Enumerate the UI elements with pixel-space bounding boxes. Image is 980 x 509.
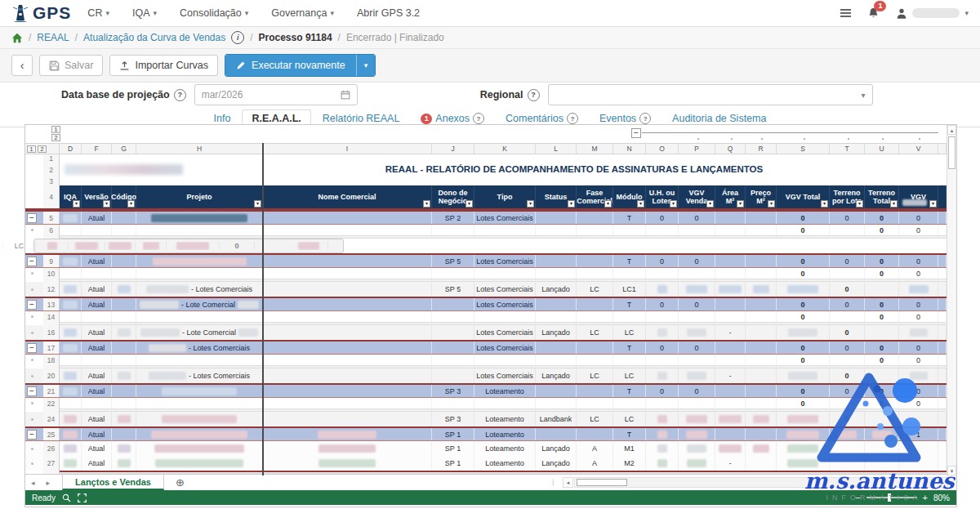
cell-vgvv[interactable]: 0	[679, 342, 715, 354]
cell-iqa[interactable]	[60, 428, 82, 440]
cell-vgvv[interactable]	[679, 268, 715, 279]
filter-icon[interactable]: ▾	[890, 200, 898, 208]
cell-vgvv[interactable]	[679, 282, 715, 297]
cell-vgv[interactable]: 0	[899, 398, 938, 409]
cell-modulo[interactable]: LC	[613, 325, 646, 340]
cell-nome[interactable]	[263, 456, 432, 471]
column-header-T[interactable]: T	[830, 144, 865, 154]
cell-fase[interactable]	[577, 398, 613, 409]
cell-codigo[interactable]	[112, 298, 136, 310]
cell-iqa[interactable]	[60, 368, 82, 383]
header-versao[interactable]: Versão▾	[82, 185, 112, 208]
cell-codigo[interactable]	[112, 441, 136, 456]
cell-vgvv[interactable]	[679, 456, 715, 471]
cell-uh[interactable]: 0	[646, 212, 679, 224]
filter-icon[interactable]: ▾	[127, 200, 135, 208]
cell-tipo[interactable]	[474, 268, 536, 279]
cell-next[interactable]	[938, 325, 947, 340]
cell-tipo[interactable]	[474, 398, 536, 409]
cell-vgv[interactable]	[899, 441, 938, 456]
cell-status[interactable]	[536, 385, 577, 397]
cell-projeto[interactable]	[136, 268, 263, 279]
collapse-group-button[interactable]: −	[27, 257, 37, 266]
cell-area[interactable]	[715, 342, 746, 354]
row-header[interactable]: 14	[43, 311, 60, 322]
cell-vgvv[interactable]	[679, 325, 715, 340]
cell-next[interactable]	[938, 342, 947, 354]
cell-tipo[interactable]: Loteamento	[474, 412, 536, 426]
cell-dono[interactable]	[432, 268, 474, 279]
cell-fase[interactable]: A	[577, 456, 613, 471]
filter-icon[interactable]: ▾	[568, 200, 575, 208]
cell-vgvv[interactable]: 0	[679, 255, 715, 267]
cell-modulo[interactable]: T	[613, 255, 646, 267]
cell-tipo[interactable]: Loteamento	[474, 441, 536, 456]
menu-item-consolida-o[interactable]: Consolidação▾	[180, 7, 248, 19]
cell-terlote[interactable]	[830, 355, 865, 365]
cell-tipo[interactable]: Lotes Comerciais	[474, 282, 536, 297]
cell-preco[interactable]	[746, 342, 777, 354]
cell-tertot[interactable]: 0	[865, 268, 899, 279]
cell-vgvt[interactable]	[777, 428, 830, 440]
help-icon[interactable]: ?	[174, 89, 186, 101]
cell-status[interactable]: Lançado	[536, 282, 577, 297]
cell-nome[interactable]	[263, 385, 432, 397]
cell-projeto[interactable]	[136, 428, 263, 440]
filter-icon[interactable]: ▾	[737, 200, 744, 208]
cell-area[interactable]	[715, 311, 746, 322]
cell-projeto[interactable]	[136, 398, 263, 409]
cell-vgvt[interactable]: 0	[777, 342, 830, 354]
cell-uh[interactable]	[646, 428, 679, 440]
user-menu[interactable]: ▾	[896, 7, 969, 20]
cell-vgv[interactable]: 0	[899, 212, 938, 224]
column-header-D[interactable]: D	[60, 144, 82, 154]
cell-tertot[interactable]: 0	[865, 398, 899, 409]
cell-terlote[interactable]: 0	[830, 298, 865, 310]
outline-level-2[interactable]: 2	[51, 134, 60, 141]
cell-versao[interactable]: Atual	[82, 428, 112, 440]
cell-modulo[interactable]: T	[613, 212, 646, 224]
cell-next[interactable]	[938, 441, 947, 456]
cell-area[interactable]	[715, 268, 746, 279]
cell-fase[interactable]	[577, 212, 613, 224]
filter-icon[interactable]: ▾	[821, 200, 828, 208]
fullscreen-icon[interactable]	[78, 493, 87, 502]
cell-nome[interactable]	[263, 441, 432, 456]
column-header-H[interactable]: H	[136, 144, 263, 154]
row-header[interactable]: 22	[43, 398, 60, 409]
cell-projeto[interactable]: - Lote Comercial	[136, 298, 263, 310]
cell-modulo[interactable]: LC	[613, 368, 646, 383]
cell-terlote[interactable]: 0	[830, 212, 865, 224]
cell-terlote[interactable]: 0	[830, 325, 865, 340]
cell-vgvt[interactable]	[777, 282, 830, 297]
cell-vgv[interactable]: 0	[899, 385, 938, 397]
cell-vgvv[interactable]: 0	[679, 385, 715, 397]
cell-nome[interactable]	[263, 298, 432, 310]
data-base-input[interactable]: mar/2026	[194, 84, 358, 105]
filter-icon[interactable]: ▾	[527, 200, 534, 208]
cell-area[interactable]: -	[715, 325, 746, 340]
cell-preco[interactable]	[746, 412, 777, 426]
cell-vgv[interactable]: 0	[899, 342, 938, 354]
execute-again-dropdown[interactable]: ▾	[356, 55, 376, 76]
cell-vgvv[interactable]	[679, 368, 715, 383]
scroll-left-icon[interactable]: ◂	[563, 477, 573, 488]
row-header[interactable]: 9	[43, 255, 60, 267]
cell-next[interactable]	[938, 456, 947, 471]
zoom-slider-thumb[interactable]	[888, 493, 891, 502]
cell-iqa[interactable]	[60, 311, 82, 322]
cell-tertot[interactable]: 0	[865, 225, 899, 235]
filter-icon[interactable]: ▾	[73, 200, 80, 208]
cell-status[interactable]	[536, 398, 577, 409]
cell-vgvv[interactable]	[679, 412, 715, 426]
cell-tipo[interactable]: Loteamento	[474, 428, 536, 440]
row-header[interactable]: 27	[43, 456, 60, 471]
cell-versao[interactable]: Atual	[82, 282, 112, 297]
cell-area[interactable]	[715, 255, 746, 267]
cell-next[interactable]	[938, 385, 947, 397]
notifications-button[interactable]: 1	[867, 7, 880, 20]
home-icon[interactable]	[11, 33, 23, 43]
cell-dono[interactable]	[432, 325, 474, 340]
header-nome[interactable]: Nome Comercial▾	[263, 185, 432, 208]
cell-tertot[interactable]: 0	[865, 212, 899, 224]
